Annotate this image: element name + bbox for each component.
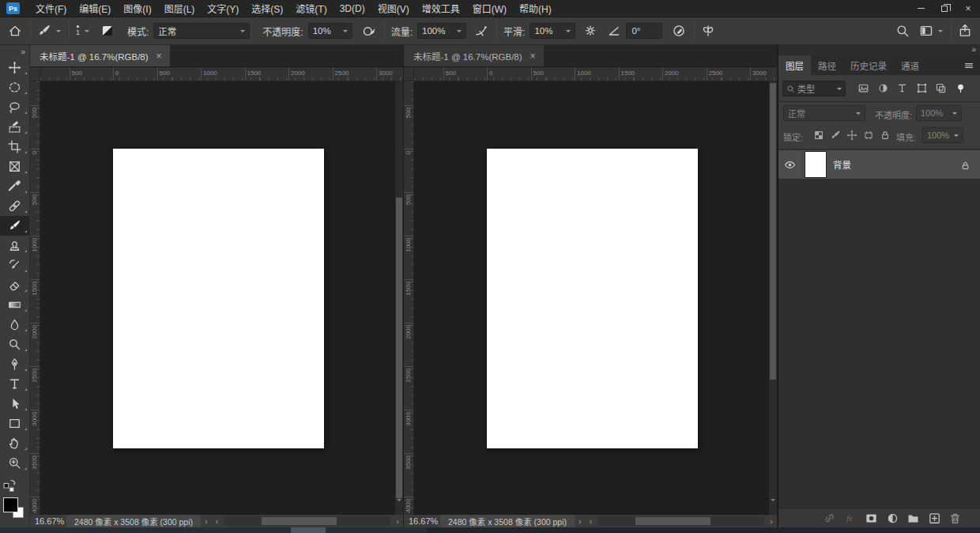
scroll-right-icon[interactable]: › [770,516,773,526]
panel-tab-3[interactable]: 通道 [894,55,926,75]
symmetry-butterfly-icon[interactable] [701,24,715,38]
eyedropper-tool[interactable] [0,176,29,196]
horizontal-ruler[interactable]: 500050010001500200025003000 [414,67,777,81]
horizontal-scrollbar[interactable] [597,516,764,526]
collapse-panels-icon[interactable]: » [778,45,980,55]
menu-item-4[interactable]: 文字(Y) [201,0,245,17]
horizontal-scrollbar-thumb[interactable] [635,517,710,525]
lock-artboard-icon[interactable] [863,130,874,141]
lock-all-icon[interactable] [880,130,891,141]
menu-item-8[interactable]: 视图(V) [371,0,416,17]
menu-item-2[interactable]: 图像(I) [117,0,157,17]
clone-stamp-tool[interactable] [0,236,29,255]
foreground-color-swatch[interactable] [3,497,18,512]
zoom-tool[interactable] [0,453,29,473]
spot-healing-brush-tool[interactable] [0,196,29,216]
flow-select[interactable]: 100% [417,23,466,39]
horizontal-scrollbar-thumb[interactable] [262,517,337,525]
layer-blend-mode-select[interactable]: 正常 [783,105,865,121]
menu-item-0[interactable]: 文件(F) [29,0,73,17]
status-expand-icon[interactable]: › [579,516,582,526]
elliptical-marquee-tool[interactable] [0,77,29,97]
workspace-switcher-icon[interactable] [919,24,933,38]
vertical-scrollbar-thumb[interactable] [770,83,776,380]
vertical-scrollbar[interactable] [395,81,403,515]
frame-tool[interactable] [0,157,29,176]
restore-button[interactable] [933,0,956,17]
pen-tool[interactable] [0,354,29,374]
dodge-tool[interactable] [0,335,29,354]
delete-layer-icon[interactable] [948,512,962,525]
brush-size-picker[interactable]: 1 [76,25,80,36]
adjustment-layer-filter-icon[interactable] [877,82,889,94]
panel-tab-1[interactable]: 路径 [811,55,843,75]
smoothing-options-gear-icon[interactable] [583,24,597,38]
new-group-icon[interactable] [906,512,920,525]
ruler-origin-corner[interactable] [30,67,40,81]
layer-mask-icon[interactable] [865,512,878,525]
hand-tool[interactable] [0,433,29,453]
layer-opacity-select[interactable]: 100% [916,105,962,121]
pixel-layer-filter-icon[interactable] [858,82,869,94]
status-expand-icon[interactable]: › [205,516,208,526]
dropdown-arrow-icon[interactable] [56,30,61,35]
blur-tool[interactable] [0,315,29,335]
menu-item-1[interactable]: 编辑(E) [73,0,117,17]
brush-angle-input[interactable]: 0° [626,23,662,39]
pressure-opacity-icon[interactable] [362,24,376,38]
menu-item-7[interactable]: 3D(D) [334,0,371,17]
dropdown-arrow-icon[interactable] [938,30,943,35]
layer-effects-icon[interactable]: fx [844,512,858,525]
menu-item-10[interactable]: 窗口(W) [466,0,513,17]
move-tool[interactable] [0,58,29,77]
panel-menu-icon[interactable] [963,60,975,71]
scroll-left-icon[interactable]: ‹ [590,516,593,526]
airbrush-icon[interactable] [474,24,488,38]
menu-item-9[interactable]: 增效工具 [416,0,466,17]
close-tab-icon[interactable]: × [530,51,536,62]
document-tab[interactable]: 未标题-1 @ 16.7%(RGB/8) × [30,45,170,66]
close-tab-icon[interactable]: × [156,51,162,62]
layer-row[interactable]: 背景 [778,150,980,179]
zoom-level[interactable]: 16.67% [35,516,66,526]
history-brush-tool[interactable] [0,255,29,275]
smart-object-filter-icon[interactable] [935,82,947,94]
taskbar-active-app-indicator[interactable] [291,527,326,533]
share-icon[interactable] [958,24,972,38]
home-icon[interactable] [8,24,22,38]
brush-tool[interactable] [0,216,29,236]
new-layer-icon[interactable] [928,512,941,525]
layer-name[interactable]: 背景 [833,158,851,171]
opacity-select[interactable]: 10% [308,23,352,39]
vertical-ruler[interactable]: 50005001000150020002500300035004000 [404,81,414,515]
panel-tab-2[interactable]: 历史记录 [843,55,894,75]
rectangle-tool[interactable] [0,414,29,433]
layer-filter-type-select[interactable]: 类型 [782,81,846,96]
filter-toggle-icon[interactable] [955,82,967,94]
search-icon[interactable] [895,24,910,38]
close-window-button[interactable]: × [956,0,980,17]
scroll-down-arrow-icon[interactable] [771,499,775,504]
crop-tool[interactable] [0,137,29,157]
type-layer-filter-icon[interactable] [896,82,908,94]
scroll-left-icon[interactable]: ‹ [216,516,219,526]
pressure-size-icon[interactable] [672,24,686,38]
adjustment-fill-icon[interactable] [886,512,899,525]
toggle-brush-panel-icon[interactable] [100,24,115,38]
eraser-tool[interactable] [0,275,29,295]
lasso-tool[interactable] [0,97,29,117]
horizontal-ruler[interactable]: 500050010001500200025003000 [40,67,403,81]
canvas[interactable] [487,149,698,448]
lock-position-icon[interactable] [846,130,858,141]
scroll-right-icon[interactable]: › [396,516,399,526]
vertical-ruler[interactable]: 50005001000150020002500300035004000 [30,81,40,515]
horizontal-type-tool[interactable] [0,374,29,394]
brush-preset-icon[interactable] [37,24,51,38]
layer-thumbnail[interactable] [805,152,826,177]
zoom-level[interactable]: 16.67% [409,516,440,526]
panel-tab-0[interactable]: 图层 [778,55,811,75]
vertical-scrollbar[interactable] [769,81,777,515]
default-swap-colors-icon[interactable] [2,478,18,492]
lock-pixels-icon[interactable] [830,130,841,141]
menu-item-3[interactable]: 图层(L) [158,0,202,17]
